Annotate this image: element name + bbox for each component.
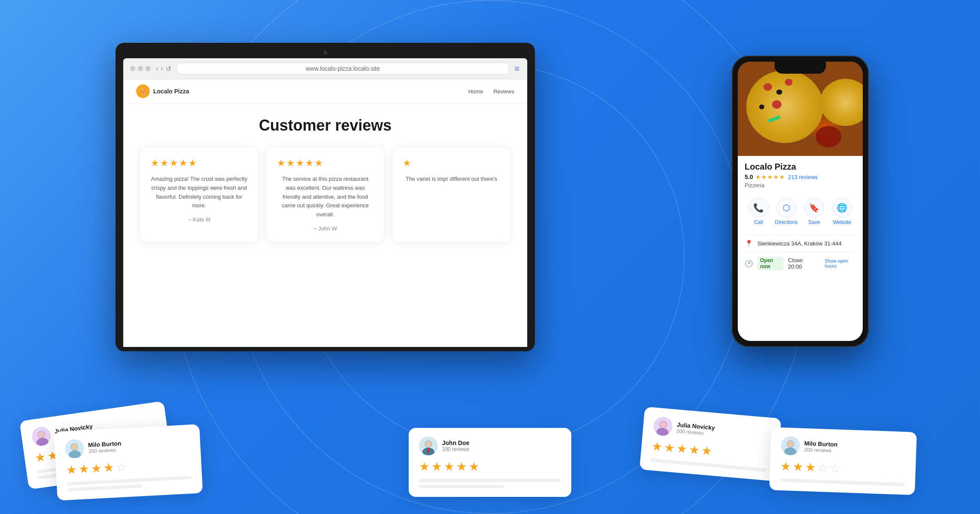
fcard-info-milo-2: Milo Burton 200 reviews <box>804 440 838 454</box>
floating-card-julia-2: Julia Novicky 200 reviews ★ ★ ★ ★ ★ <box>639 406 781 481</box>
review-text-3: The variet is impr different out there's <box>403 175 500 184</box>
avatar-milo-1 <box>65 439 84 458</box>
location-icon: 📍 <box>745 239 753 248</box>
nav-back-icon[interactable]: ‹ <box>156 65 158 72</box>
review-cards-container: ★★★★★ Amazing pizza! The crust was perfe… <box>140 147 510 242</box>
bowl <box>816 126 841 147</box>
star-3: ★ <box>805 460 816 475</box>
star-4: ★ <box>456 460 467 474</box>
phone-hours-row: 🕐 Open now Close: 20:00 Show open hours <box>745 252 856 275</box>
fcard-stars-milo-2: ★ ★ ★ ☆ ☆ <box>780 459 906 478</box>
browser-dot-2 <box>138 66 143 71</box>
star-empty-1: ☆ <box>817 460 829 475</box>
fcard-line-1 <box>780 478 905 486</box>
phone-rating-row: 5.0 ★★★★★ 213 reviews <box>745 173 856 180</box>
website-icon: 🌐 <box>832 198 852 218</box>
save-icon: 🔖 <box>805 198 824 218</box>
fcard-line-2 <box>67 484 142 491</box>
review-text-1: Amazing pizza! The crust was perfectly c… <box>151 175 248 210</box>
phone-mockup: Localo Pizza 5.0 ★★★★★ 213 reviews Pizze… <box>732 56 869 347</box>
stars-2: ★★★★★ <box>277 158 374 169</box>
fcard-info-milo-1: Milo Burton 200 reviews <box>88 440 122 454</box>
star-5: ★ <box>701 443 713 458</box>
laptop-camera <box>323 51 327 55</box>
pizza-topping-2 <box>785 79 793 86</box>
nav-reviews[interactable]: Reviews <box>493 88 514 95</box>
pizza-olive-1 <box>776 90 782 95</box>
star-5: ★ <box>469 460 479 474</box>
nav-forward-icon[interactable]: › <box>160 65 163 72</box>
phone-category: Pizzeria <box>745 182 856 188</box>
star-3: ★ <box>444 460 454 474</box>
review-author-1: ~ Kate M <box>151 216 248 223</box>
phone-address: Sienkiewicza 34A, Kraków 31-444 <box>757 240 842 247</box>
svg-rect-12 <box>427 448 430 453</box>
svg-point-11 <box>425 441 431 447</box>
fcard-info-julia-2: Julia Novicky 200 reviews <box>676 421 716 437</box>
star-2: ★ <box>431 460 442 474</box>
nav-refresh-icon[interactable]: ↺ <box>166 65 171 73</box>
site-header: 🍕 Localo Pizza Home Reviews <box>123 79 527 104</box>
phone-rating-number: 5.0 <box>745 173 753 180</box>
floating-card-milo-1: Milo Burton 200 reviews ★ ★ ★ ★ ☆ <box>54 424 203 501</box>
browser-bar: ‹ › ↺ www.localo-pizza.localo.site ≡ <box>123 58 527 79</box>
phone-stars: ★★★★★ <box>755 173 785 180</box>
browser-menu-icon[interactable]: ≡ <box>514 64 520 74</box>
laptop-frame: ‹ › ↺ www.localo-pizza.localo.site ≡ 🍕 L… <box>116 43 535 351</box>
star-4: ★ <box>103 460 115 475</box>
star-2: ★ <box>78 462 90 476</box>
star-1: ★ <box>66 462 77 477</box>
phone-business-name: Localo Pizza <box>745 162 856 172</box>
browser-dots <box>130 66 151 71</box>
star-1: ★ <box>419 460 430 474</box>
phone-directions-button[interactable]: ⬡ Directions <box>772 194 800 229</box>
laptop-mockup: ‹ › ↺ www.localo-pizza.localo.site ≡ 🍕 L… <box>116 43 535 351</box>
site-navigation: Home Reviews <box>468 88 514 95</box>
nav-home[interactable]: Home <box>468 88 483 95</box>
phone-website-button[interactable]: 🌐 Website <box>828 194 856 229</box>
phone-notch <box>775 62 826 74</box>
fcard-reviews-milo-1: 200 reviews <box>88 447 122 454</box>
save-label: Save <box>808 219 820 225</box>
avatar-john <box>419 436 438 455</box>
star-3: ★ <box>676 441 688 456</box>
browser-dot-3 <box>146 66 151 71</box>
review-text-2: The service at this pizza restaurant was… <box>277 175 374 219</box>
website-label: Website <box>833 219 851 225</box>
reviews-title: Customer reviews <box>140 117 510 134</box>
floating-card-milo-2: Milo Burton 200 reviews ★ ★ ★ ☆ ☆ <box>769 427 917 495</box>
phone-call-button[interactable]: 📞 Call <box>745 194 772 229</box>
fcard-info-john: John Doe 200 reviews <box>442 439 469 452</box>
review-card-3: ★ The variet is impr different out there… <box>392 147 510 242</box>
phone-save-button[interactable]: 🔖 Save <box>800 194 828 229</box>
fcard-line-2 <box>419 485 504 488</box>
logo-icon: 🍕 <box>136 84 150 98</box>
floating-card-john: John Doe 200 reviews ★ ★ ★ ★ ★ <box>409 428 571 497</box>
star-1: ★ <box>651 439 663 454</box>
close-time: Close: 20:00 <box>788 257 814 270</box>
avatar-julia-1 <box>31 426 52 447</box>
phone-screen: Localo Pizza 5.0 ★★★★★ 213 reviews Pizze… <box>738 62 863 341</box>
call-icon: 📞 <box>749 198 769 218</box>
fcard-line-1 <box>419 479 561 482</box>
fcard-user-john: John Doe 200 reviews <box>419 436 561 455</box>
phone-business-info: Localo Pizza 5.0 ★★★★★ 213 reviews Pizze… <box>738 156 863 281</box>
fcard-stars-john: ★ ★ ★ ★ ★ <box>419 460 561 474</box>
browser-navigation: ‹ › ↺ <box>156 65 171 73</box>
star-empty: ☆ <box>116 460 127 474</box>
phone-frame: Localo Pizza 5.0 ★★★★★ 213 reviews Pizze… <box>732 56 869 347</box>
phone-reviews-count[interactable]: 213 reviews <box>788 174 817 180</box>
laptop-screen: ‹ › ↺ www.localo-pizza.localo.site ≡ 🍕 L… <box>123 58 527 347</box>
star-2: ★ <box>793 460 804 474</box>
phone-pizza-image <box>738 62 863 156</box>
show-hours-link[interactable]: Show open hours <box>825 258 856 269</box>
avatar-julia-2 <box>653 416 673 436</box>
call-label: Call <box>754 219 763 225</box>
review-author-2: ~ John W <box>277 225 374 232</box>
stars-3: ★ <box>403 158 500 169</box>
browser-url-bar[interactable]: www.localo-pizza.localo.site <box>176 63 510 75</box>
open-status: Open now <box>757 257 784 270</box>
clock-icon: 🕐 <box>745 260 753 268</box>
browser-dot-1 <box>130 66 135 71</box>
star-4: ★ <box>688 442 700 457</box>
